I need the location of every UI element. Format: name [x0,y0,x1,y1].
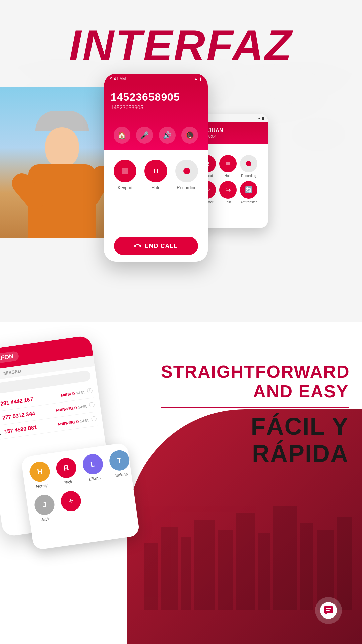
action-buttons-row: Keypad Hold [114,160,198,190]
contact-tatiana[interactable]: T Tatiana [108,449,132,479]
svg-point-5 [292,117,345,151]
svg-point-14 [126,172,128,174]
sec-hold-btn[interactable]: Hold [219,155,237,178]
sec-recording-label: Recording [241,174,256,178]
sec-join-btn[interactable]: ↪ Join [219,181,237,204]
svg-rect-30 [181,537,191,610]
contact-avatar-liliana: L [81,453,104,476]
keypad-icon [121,167,129,175]
add-contact-icon[interactable]: + [60,490,82,513]
top-section: INTERFAZ 9:41 AM ▲ ▮ [0,0,362,322]
straightforward-text: STRAIGHTFORWARD [161,362,349,381]
svg-point-19 [208,162,209,163]
sec-caller-name: JUAN [208,128,223,134]
keypad-circle[interactable] [114,160,136,182]
mute-icon-btn[interactable]: 🎤 [136,127,153,144]
svg-rect-35 [273,506,297,610]
call-icons-row: 🏠 🎤 🔊 📵 [104,121,208,150]
call-actions-area: Keypad Hold [104,150,208,262]
end-call-button[interactable]: END CALL [114,237,198,255]
svg-rect-28 [144,543,158,610]
sec-call-info: JUAN 0:04 [208,128,223,139]
contact-rick[interactable]: R Rick [55,457,79,486]
calllog-status-2: ANSWERED [57,419,79,426]
contact-name-javier: Javier [41,516,52,522]
tab-missed[interactable]: MISSED [3,368,21,376]
svg-rect-34 [258,533,270,610]
svg-rect-15 [154,169,155,173]
sec-join-label: Join [225,200,231,204]
call-number-sub: 14523658905 [111,105,201,111]
add-contact-btn[interactable]: + [60,490,83,519]
end-call-icon [134,242,141,250]
svg-point-7 [124,168,126,170]
contacts-card: H Honey R Rick L Liliana T Tatiana J Jav… [21,442,140,550]
speaker-icon-btn[interactable]: 🔊 [159,127,176,144]
svg-point-12 [122,172,124,174]
calllog-status-1: ANSWERED [55,405,77,412]
virfon-logo: VIRFON [0,351,19,365]
svg-point-8 [126,168,128,170]
facil-text: FÁCIL Y [161,413,349,440]
text-block-right: STRAIGHTFORWARD AND EASY FÁCIL Y RÁPIDA [161,362,349,467]
contact-avatar-honey: H [28,460,51,483]
sec-att-label: Att.transfer [241,200,257,204]
svg-rect-33 [236,513,255,610]
svg-rect-16 [157,169,158,173]
divider-line [161,407,349,408]
chat-logo [315,597,342,624]
svg-rect-29 [161,527,178,610]
svg-point-11 [126,170,128,172]
main-phone-mockup: 9:41 AM ▲ ▮ 14523658905 14523658905 🏠 🎤 … [104,74,208,262]
hold-btn[interactable]: Hold [144,160,167,190]
recording-label: Recording [177,185,196,190]
sec-att-transfer-btn[interactable]: 🔄 Att.transfer [240,181,257,204]
sec-recording-btn[interactable]: Recording [240,155,257,178]
svg-rect-38 [337,517,352,610]
recording-btn[interactable]: Recording [175,160,198,190]
svg-point-6 [122,168,124,170]
svg-rect-36 [300,523,313,610]
calllog-list: 📞 231 4442 167 MISSED 14:55 ⓘ 📞 277 5312… [0,383,103,441]
contact-honey[interactable]: H Honey [28,460,52,490]
svg-point-22 [208,163,209,164]
svg-point-10 [124,170,126,172]
page-title: INTERFAZ [0,20,362,70]
video-icon-btn[interactable]: 📵 [181,127,198,144]
calllog-time-2: 14:55 [80,418,89,423]
call-number: 14523658905 [111,91,201,103]
contact-avatar-javier: J [33,493,56,516]
sec-hold-circle[interactable] [219,155,237,172]
sec-recording-circle[interactable] [240,155,257,172]
sec-pause-icon [225,161,231,167]
rapida-text: RÁPIDA [161,440,349,467]
info-icon-0: ⓘ [87,387,93,395]
wifi-icon: ▲ [194,76,198,82]
contact-liliana[interactable]: L Liliana [81,453,105,482]
keypad-btn[interactable]: Keypad [114,160,136,190]
chat-bubble-icon [322,604,335,616]
home-icon-btn[interactable]: 🏠 [114,127,130,144]
hold-circle[interactable] [144,160,167,182]
contact-name-tatiana: Tatiana [115,472,128,478]
sec-battery-icon: ▮ [262,116,264,120]
status-bar: 9:41 AM ▲ ▮ [104,74,208,84]
battery-icon: ▮ [199,76,202,82]
info-icon-2: ⓘ [91,415,97,423]
sec-att-circle[interactable]: 🔄 [240,181,257,199]
sec-hold-label: Hold [225,174,232,178]
recording-circle[interactable] [175,160,198,182]
svg-rect-31 [194,520,215,610]
keypad-label: Keypad [118,185,132,190]
svg-point-9 [122,170,124,172]
bottom-section: STRAIGHTFORWARD AND EASY FÁCIL Y RÁPIDA … [0,322,362,644]
contacts-row-1: H Honey R Rick L Liliana T Tatiana [28,450,125,490]
pause-icon [152,167,160,175]
contact-avatar-tatiana: T [108,449,131,472]
contact-name-rick: Rick [64,479,72,485]
sec-join-circle[interactable]: ↪ [219,181,237,199]
svg-point-13 [124,172,126,174]
call-header: 14523658905 14523658905 [104,84,208,121]
contact-javier[interactable]: J Javier [33,493,57,523]
svg-point-25 [208,165,209,166]
